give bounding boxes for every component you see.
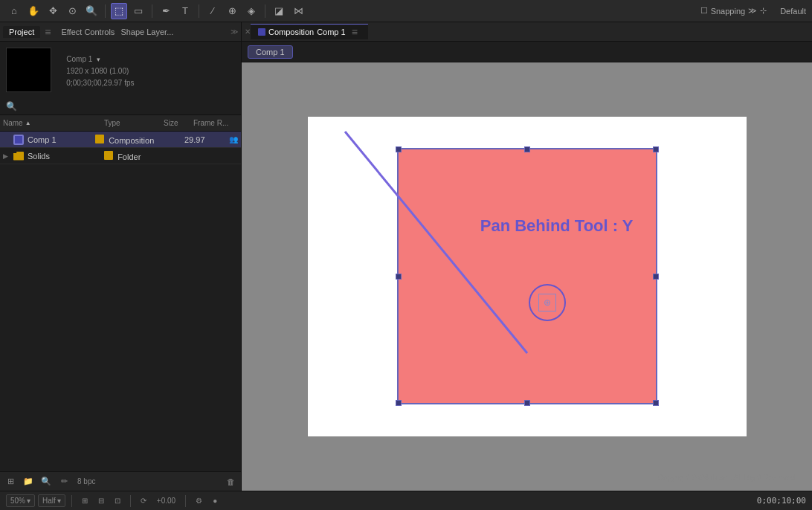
bpc-label: 8 bpc <box>74 477 98 485</box>
comp1-people-icon: 👥 <box>229 135 238 143</box>
col-header-size[interactable]: Size <box>164 119 193 127</box>
default-workspace-label: Default <box>780 7 806 16</box>
comp1-name: Comp 1 <box>28 135 95 144</box>
edit-icon[interactable]: ✏ <box>57 474 71 489</box>
comp-resolution-line: 1920 x 1080 (1.00) <box>66 65 235 77</box>
left-panel-tabs: Project ≡ Effect Controls Shape Layer...… <box>0 22 241 42</box>
snapping-icon-2: ⊹ <box>760 6 767 16</box>
new-item-icon[interactable]: ⊞ <box>3 474 18 489</box>
left-panel-bottom-bar: ⊞ 📁 🔍 ✏ 8 bpc 🗑 <box>0 471 241 491</box>
file-row-solids[interactable]: ▶ Solids Folder <box>0 148 241 164</box>
comp-subtab-bar: Comp 1 <box>242 42 812 62</box>
bottom-status-bar: 50% ▾ Half ▾ ⊞ ⊟ ⊡ ⟳ +0.00 ⚙ ● 0;00;10;0… <box>0 491 812 510</box>
snapping-checkbox-icon: ☐ <box>700 6 708 16</box>
comp-subtab-label: Comp 1 <box>256 48 285 57</box>
comp-duration-line: 0;00;30;00,29.97 fps <box>66 77 235 89</box>
project-preview-container: Comp 1 ▾ 1920 x 1080 (1.00) 0;00;30;00,2… <box>0 42 241 98</box>
snapping-button[interactable]: ☐ Snapping ≫ ⊹ <box>696 4 772 17</box>
solids-type: Folder <box>104 151 164 161</box>
comp-tab-main[interactable]: Composition Comp 1 ≡ <box>251 24 368 39</box>
camera-btn[interactable]: ⊡ <box>111 495 124 506</box>
handle-top-middle[interactable] <box>524 146 530 152</box>
snapping-label: Snapping <box>711 7 746 16</box>
orbit-tool-icon[interactable]: ⊙ <box>64 3 80 19</box>
trash-icon[interactable]: 🗑 <box>223 474 238 489</box>
file-row-comp1[interactable]: Comp 1 Composition 29.97 👥 <box>0 132 241 148</box>
col-header-type[interactable]: Type <box>104 119 164 127</box>
project-search-bar: 🔍 <box>0 98 241 115</box>
handle-top-right[interactable] <box>653 146 659 152</box>
quality-chevron-icon: ▾ <box>57 497 61 505</box>
roto-brush-tool-icon[interactable]: ◪ <box>271 3 287 19</box>
panel-expand-icon[interactable]: ≫ <box>231 28 238 36</box>
composition-viewer: Pan Behind Tool : Y ⊕ Copyright 2024 ill… <box>242 62 812 491</box>
puppet-tool-icon[interactable]: ⋈ <box>290 3 306 19</box>
timecode-display: 0;00;10;00 <box>757 496 806 506</box>
effect-controls-tab-label: Effect Controls <box>61 28 115 36</box>
pen-tool-icon[interactable]: ✒ <box>158 3 174 19</box>
comp-tab-composition-label: Composition <box>268 28 314 36</box>
comp-panel-menu-icon[interactable]: ≡ <box>349 26 361 38</box>
search-icon: 🔍 <box>6 101 17 112</box>
pan-behind-tool-icon[interactable]: ✥ <box>45 3 61 19</box>
solids-expand-icon[interactable]: ▶ <box>3 152 10 160</box>
comp-tab-close-icon[interactable]: ✕ <box>245 28 251 36</box>
search-bottom-icon[interactable]: 🔍 <box>39 474 54 489</box>
offset-btn[interactable]: +0.00 <box>153 495 179 506</box>
comp-tab-icon <box>258 28 265 36</box>
rectangle-tool-icon[interactable]: ▭ <box>130 3 146 19</box>
project-preview-info: Comp 1 ▾ 1920 x 1080 (1.00) 0;00;30;00,2… <box>59 54 235 89</box>
zoom-dropdown[interactable]: 50% ▾ <box>6 494 35 507</box>
shape-layer-tab-label: Shape Layer... <box>120 28 173 36</box>
col-header-frame[interactable]: Frame R... <box>193 119 238 127</box>
folder-icon[interactable]: 📁 <box>21 474 36 489</box>
solids-icon <box>13 150 25 162</box>
reset-btn[interactable]: ⟳ <box>137 495 150 506</box>
comp-panel-tabs: ✕ Composition Comp 1 ≡ <box>242 22 812 42</box>
settings-btn[interactable]: ⚙ <box>192 495 206 506</box>
toolbar-sep-1 <box>105 4 106 18</box>
project-preview-thumbnail <box>6 48 51 92</box>
clone-stamp-tool-icon[interactable]: ⊕ <box>224 3 240 19</box>
col-header-name[interactable]: Name ▲ <box>3 119 104 127</box>
grid-btn[interactable]: ⊞ <box>78 495 91 506</box>
handle-bottom-right[interactable] <box>653 400 659 406</box>
toolbar-sep-3 <box>199 4 199 18</box>
project-tab-label: Project <box>9 28 34 36</box>
handle-middle-right[interactable] <box>653 274 659 280</box>
solids-name: Solids <box>28 152 104 161</box>
left-panel: Project ≡ Effect Controls Shape Layer...… <box>0 22 242 491</box>
brush-tool-icon[interactable]: ∕ <box>204 3 221 19</box>
right-panel: ✕ Composition Comp 1 ≡ Comp 1 <box>242 22 812 491</box>
comp1-type: Composition <box>95 135 155 145</box>
comp-name-dropdown-icon[interactable]: ▾ <box>97 56 100 63</box>
magnify-tool-icon[interactable]: 🔍 <box>83 3 100 19</box>
record-btn[interactable]: ● <box>209 495 221 506</box>
comp1-type-color <box>95 135 104 143</box>
search-input[interactable] <box>20 102 235 111</box>
handle-middle-left[interactable] <box>396 274 402 280</box>
tab-effect-controls[interactable]: Effect Controls Shape Layer... <box>55 26 179 38</box>
film-btn[interactable]: ⊟ <box>94 495 108 506</box>
comp-subtab-comp1[interactable]: Comp 1 <box>248 45 293 59</box>
text-tool-icon[interactable]: T <box>177 3 193 19</box>
snapping-expand-icon: ≫ <box>748 6 757 16</box>
panel-menu-icon[interactable]: ≡ <box>42 26 54 38</box>
tab-project[interactable]: Project <box>3 26 40 38</box>
comp-tab-name-label: Comp 1 <box>317 28 346 36</box>
comp-name-line: Comp 1 ▾ <box>66 54 235 65</box>
sort-arrow-icon: ▲ <box>25 120 31 126</box>
comp-name-text: Comp 1 <box>66 55 92 63</box>
bottom-sep-2 <box>130 495 131 507</box>
eraser-tool-icon[interactable]: ◈ <box>243 3 260 19</box>
handle-bottom-left[interactable] <box>396 400 402 406</box>
handle-bottom-middle[interactable] <box>524 400 530 406</box>
col-name-label: Name <box>3 119 23 127</box>
composition-rectangle[interactable]: Pan Behind Tool : Y ⊕ <box>397 148 657 404</box>
hand-tool-icon[interactable]: ✋ <box>25 3 42 19</box>
home-tool-icon[interactable]: ⌂ <box>6 3 22 19</box>
quality-dropdown[interactable]: Half ▾ <box>38 494 65 507</box>
handle-top-left[interactable] <box>396 146 402 152</box>
pan-behind-tool-label: Pan Behind Tool : Y <box>480 216 634 236</box>
select-tool-icon[interactable]: ⬚ <box>111 3 127 19</box>
